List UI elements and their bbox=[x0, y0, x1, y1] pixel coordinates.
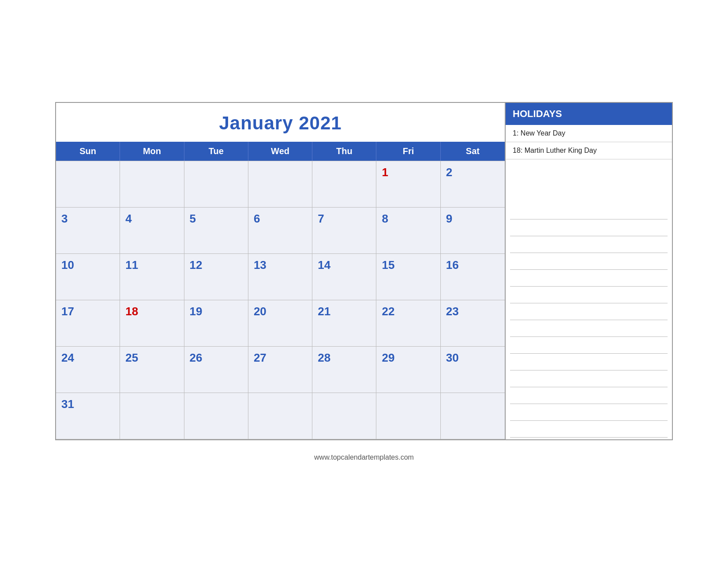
cal-cell-23: 23 bbox=[441, 300, 505, 347]
cal-cell-empty-0-1 bbox=[120, 161, 184, 208]
note-line-3 bbox=[510, 253, 668, 270]
cal-cell-empty-0-3 bbox=[248, 161, 312, 208]
day-headers: SunMonTueWedThuFriSat bbox=[56, 142, 505, 161]
cal-cell-empty-0-2 bbox=[184, 161, 248, 208]
cal-cell-7: 7 bbox=[312, 208, 376, 254]
note-line-11 bbox=[510, 387, 668, 404]
cal-cell-10: 10 bbox=[56, 254, 120, 300]
cal-cell-16: 16 bbox=[441, 254, 505, 300]
cal-cell-28: 28 bbox=[312, 347, 376, 393]
cal-cell-21: 21 bbox=[312, 300, 376, 347]
cal-cell-6: 6 bbox=[248, 208, 312, 254]
holiday-item-0: 1: New Year Day bbox=[506, 125, 672, 142]
day-header-fri: Fri bbox=[376, 142, 440, 161]
holiday-item-1: 18: Martin Luther King Day bbox=[506, 142, 672, 159]
cal-cell-empty-5-6 bbox=[441, 393, 505, 439]
cal-cell-24: 24 bbox=[56, 347, 120, 393]
cal-cell-empty-5-1 bbox=[120, 393, 184, 439]
note-line-12 bbox=[510, 404, 668, 421]
note-line-5 bbox=[510, 287, 668, 303]
day-header-sun: Sun bbox=[56, 142, 120, 161]
cal-cell-4: 4 bbox=[120, 208, 184, 254]
cal-cell-11: 11 bbox=[120, 254, 184, 300]
note-line-7 bbox=[510, 320, 668, 337]
cal-cell-25: 25 bbox=[120, 347, 184, 393]
cal-cell-empty-0-0 bbox=[56, 161, 120, 208]
cal-cell-empty-5-2 bbox=[184, 393, 248, 439]
cal-cell-2: 2 bbox=[441, 161, 505, 208]
holidays-list: 1: New Year Day18: Martin Luther King Da… bbox=[506, 125, 672, 201]
note-line-0 bbox=[510, 203, 668, 219]
cal-cell-13: 13 bbox=[248, 254, 312, 300]
cal-cell-empty-5-4 bbox=[312, 393, 376, 439]
note-line-10 bbox=[510, 370, 668, 387]
day-header-thu: Thu bbox=[312, 142, 376, 161]
day-header-sat: Sat bbox=[441, 142, 505, 161]
cal-cell-31: 31 bbox=[56, 393, 120, 439]
cal-cell-empty-0-4 bbox=[312, 161, 376, 208]
cal-cell-12: 12 bbox=[184, 254, 248, 300]
cal-cell-17: 17 bbox=[56, 300, 120, 347]
cal-cell-18: 18 bbox=[120, 300, 184, 347]
cal-cell-29: 29 bbox=[376, 347, 440, 393]
holidays-header: HOLIDAYS bbox=[506, 103, 672, 125]
cal-cell-empty-5-5 bbox=[376, 393, 440, 439]
page-wrapper: January 2021 SunMonTueWedThuFriSat 12345… bbox=[55, 102, 673, 461]
note-line-9 bbox=[510, 354, 668, 370]
cal-cell-19: 19 bbox=[184, 300, 248, 347]
cal-cell-1: 1 bbox=[376, 161, 440, 208]
note-line-13 bbox=[510, 421, 668, 438]
calendar-grid: 1234567891011121314151617181920212223242… bbox=[56, 161, 505, 439]
cal-cell-22: 22 bbox=[376, 300, 440, 347]
day-header-mon: Mon bbox=[120, 142, 184, 161]
day-header-wed: Wed bbox=[248, 142, 312, 161]
cal-cell-27: 27 bbox=[248, 347, 312, 393]
footer-website: www.topcalendartemplates.com bbox=[314, 453, 414, 461]
cal-cell-20: 20 bbox=[248, 300, 312, 347]
cal-cell-5: 5 bbox=[184, 208, 248, 254]
note-line-4 bbox=[510, 270, 668, 287]
day-header-tue: Tue bbox=[184, 142, 248, 161]
cal-cell-30: 30 bbox=[441, 347, 505, 393]
note-line-6 bbox=[510, 303, 668, 320]
note-line-1 bbox=[510, 219, 668, 236]
cal-cell-3: 3 bbox=[56, 208, 120, 254]
calendar-container: January 2021 SunMonTueWedThuFriSat 12345… bbox=[55, 102, 673, 440]
note-line-2 bbox=[510, 236, 668, 253]
cal-cell-9: 9 bbox=[441, 208, 505, 254]
month-title: January 2021 bbox=[56, 103, 505, 142]
cal-cell-15: 15 bbox=[376, 254, 440, 300]
cal-cell-empty-5-3 bbox=[248, 393, 312, 439]
lines-section bbox=[506, 201, 672, 439]
cal-cell-8: 8 bbox=[376, 208, 440, 254]
cal-cell-14: 14 bbox=[312, 254, 376, 300]
footer: www.topcalendartemplates.com bbox=[314, 453, 414, 461]
cal-cell-26: 26 bbox=[184, 347, 248, 393]
note-line-8 bbox=[510, 337, 668, 354]
calendar-left: January 2021 SunMonTueWedThuFriSat 12345… bbox=[56, 103, 506, 439]
holidays-right: HOLIDAYS 1: New Year Day18: Martin Luthe… bbox=[506, 103, 672, 439]
